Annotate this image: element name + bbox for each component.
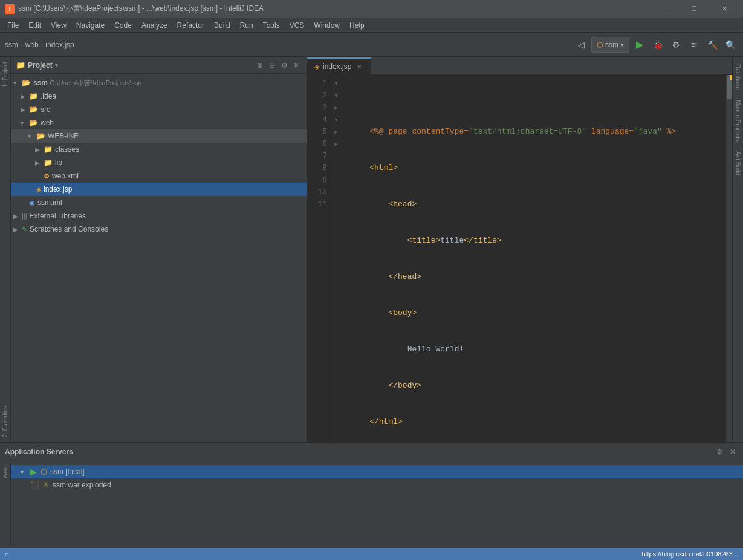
tree-webxml[interactable]: ▶ ⚙ web.xml <box>11 169 307 183</box>
ant-tab[interactable]: Ant Build <box>733 146 742 180</box>
run-icon: ▶ <box>30 467 37 477</box>
breadcrumb-web[interactable]: web <box>25 41 39 49</box>
title-bar: I ssm [C:\Users\小苦\IdeaProjects\ssm] - .… <box>0 0 743 18</box>
build-button[interactable]: 🔨 <box>704 37 720 53</box>
lib-folder-icon: 📁 <box>44 158 53 167</box>
menu-tools[interactable]: Tools <box>258 18 285 33</box>
tree-ssmiml[interactable]: ▶ ◉ ssm.iml <box>11 196 307 209</box>
classes-folder-icon: 📁 <box>44 145 53 154</box>
arrow-icon: ▾ <box>21 469 27 475</box>
project-tab-edge[interactable]: 1. Project <box>1 57 10 92</box>
search-back-button[interactable]: ◁ <box>573 37 589 53</box>
tree-lib[interactable]: ▶ 📁 lib <box>11 156 307 169</box>
tree-webinf[interactable]: ▾ 📂 WEB-INF <box>11 129 307 143</box>
bottom-header: Application Servers ⚙ ✕ <box>0 443 743 460</box>
menu-view[interactable]: View <box>46 18 71 33</box>
tree-root-label: ssm C:\Users\小苦\IdeaProjects\ssm <box>33 79 144 88</box>
editor-scrollbar[interactable] <box>726 75 732 442</box>
code-editor[interactable]: 1 2 3 4 5 6 7 8 9 10 11 ▾ ▾ ▸ ▾ <box>307 75 732 442</box>
main-area: 1. Project 2. Favorites 📁 Project ▾ ⊕ ⊟ … <box>0 57 743 442</box>
server-list: ▾ ▶ ⬡ ssm [local] ⬛ ⚠ ssm:war exploded <box>11 463 743 545</box>
debug-button[interactable]: 🐞 <box>650 37 666 53</box>
locate-button[interactable]: ⊕ <box>255 60 265 71</box>
menu-run[interactable]: Run <box>235 18 258 33</box>
project-label: Project <box>28 61 53 70</box>
minimize-button[interactable]: — <box>650 0 678 18</box>
project-title: 📁 Project ▾ <box>16 60 58 70</box>
fold-3[interactable]: ▾ <box>331 77 341 90</box>
close-button[interactable]: ✕ <box>710 0 738 18</box>
server-war-exploded[interactable]: ⬛ ⚠ ssm:war exploded <box>11 478 743 492</box>
tree-idea[interactable]: ▶ 📁 .idea <box>11 90 307 103</box>
war-label: ssm:war exploded <box>53 481 111 489</box>
tab-close-button[interactable]: ✕ <box>355 62 363 71</box>
menu-help[interactable]: Help <box>345 18 369 33</box>
tree-web-label: web <box>41 119 54 127</box>
breadcrumb-ssm[interactable]: ssm <box>5 41 18 49</box>
bottom-title: Application Servers <box>5 448 73 456</box>
project-header: 📁 Project ▾ ⊕ ⊟ ⚙ ✕ <box>11 57 307 74</box>
tab-icon: ◈ <box>314 63 319 71</box>
arrow-icon: ▶ <box>13 213 19 220</box>
tree-classes[interactable]: ▶ 📁 classes <box>11 143 307 156</box>
run-config-dropdown-icon: ▾ <box>621 42 624 48</box>
maximize-button[interactable]: ☐ <box>680 0 708 18</box>
coverage-button[interactable]: ⚙ <box>668 37 684 53</box>
database-tab[interactable]: Database <box>733 59 742 95</box>
menu-refactor[interactable]: Refactor <box>172 18 209 33</box>
tree-scratches[interactable]: ▶ ✎ Scratches and Consoles <box>11 223 307 236</box>
server-ssm-local[interactable]: ▾ ▶ ⬡ ssm [local] <box>11 465 743 478</box>
settings-button[interactable]: ⚙ <box>279 60 290 71</box>
status-left: ⑃ <box>5 550 9 558</box>
arrow-icon: ▶ <box>13 226 19 233</box>
editor-tabs: ◈ index.jsp ✕ <box>307 57 732 75</box>
menu-code[interactable]: Code <box>109 18 137 33</box>
favorites-tab-edge[interactable]: 2. Favorites <box>1 401 10 442</box>
arrow-icon: ▾ <box>13 80 19 86</box>
src-folder-icon: 📂 <box>29 105 38 114</box>
menu-analyze[interactable]: Analyze <box>137 18 172 33</box>
menu-window[interactable]: Window <box>309 18 345 33</box>
menu-navigate[interactable]: Navigate <box>71 18 109 33</box>
tree-external-libs[interactable]: ▶ ||| External Libraries <box>11 209 307 223</box>
project-actions: ⊕ ⊟ ⚙ ✕ <box>255 60 302 71</box>
code-line-4: <head> <box>351 198 726 210</box>
arrow-icon: ▾ <box>21 120 27 126</box>
project-icon: 📁 <box>16 60 25 70</box>
code-line-9: </body> <box>351 380 726 392</box>
tree-web[interactable]: ▾ 📂 web <box>11 116 307 129</box>
breadcrumb-file[interactable]: index.jsp <box>45 41 74 49</box>
maven-tab[interactable]: Maven Projects <box>733 95 742 146</box>
tree-root[interactable]: ▾ 📂 ssm C:\Users\小苦\IdeaProjects\ssm <box>11 76 307 90</box>
menu-edit[interactable]: Edit <box>24 18 46 33</box>
bottom-tree: Web ▾ ▶ ⬡ ssm [local] ⬛ ⚠ ssm:war explod… <box>0 460 743 548</box>
tab-indexjsp[interactable]: ◈ index.jsp ✕ <box>307 57 371 74</box>
menu-file[interactable]: File <box>2 18 24 33</box>
bottom-actions: ⚙ ✕ <box>714 446 738 457</box>
code-content[interactable]: <%@ page contentType="text/html;charset=… <box>341 75 726 442</box>
tree-indexjsp-label: index.jsp <box>44 185 72 194</box>
fold-4[interactable]: ▾ <box>331 90 341 102</box>
profile-button[interactable]: ≋ <box>686 37 702 53</box>
fold-9[interactable]: ▸ <box>331 126 341 138</box>
web-tab[interactable]: Web <box>1 463 10 483</box>
fold-10[interactable]: ▸ <box>331 138 341 150</box>
tree-src[interactable]: ▶ 📂 src <box>11 103 307 116</box>
menu-build[interactable]: Build <box>209 18 235 33</box>
bottom-close-button[interactable]: ✕ <box>727 446 738 457</box>
close-panel-button[interactable]: ✕ <box>291 60 302 71</box>
tree-indexjsp[interactable]: ▶ ◈ index.jsp <box>11 183 307 196</box>
search-everywhere-button[interactable]: 🔍 <box>722 37 738 53</box>
collapse-button[interactable]: ⊟ <box>267 60 277 71</box>
code-line-8: Hello World! <box>351 343 726 356</box>
status-icon: ⑃ <box>5 550 9 558</box>
fold-6[interactable]: ▸ <box>331 102 341 114</box>
run-configuration[interactable]: ⬡ ssm ▾ <box>591 37 629 53</box>
extlibs-icon: ||| <box>22 212 27 220</box>
run-button[interactable]: ▶ <box>632 37 647 53</box>
server-name: ssm [local] <box>50 467 85 476</box>
menu-vcs[interactable]: VCS <box>285 18 310 33</box>
editor-area: ◈ index.jsp ✕ 1 2 3 4 5 6 7 8 9 10 11 <box>307 57 732 442</box>
fold-7[interactable]: ▾ <box>331 114 341 126</box>
bottom-settings-button[interactable]: ⚙ <box>714 446 725 457</box>
